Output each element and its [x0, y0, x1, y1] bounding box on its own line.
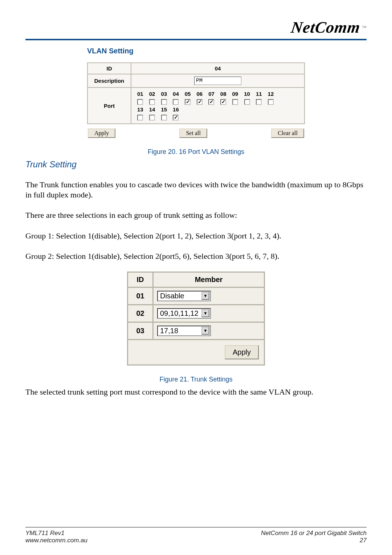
clear-all-button[interactable]: Clear all — [271, 128, 304, 138]
port-num: 01 — [134, 90, 146, 98]
port-checkbox-02[interactable] — [149, 99, 155, 105]
trunk-member-01-select[interactable]: Disable ▼ — [157, 291, 211, 301]
vlan-description-label: Description — [87, 74, 131, 87]
footer-right: NetComm 16 or 24 port Gigabit Switch 27 — [261, 530, 367, 544]
port-num: 04 — [170, 90, 182, 98]
footer-doc-rev: YML711 Rev1 — [25, 530, 87, 537]
port-num: 05 — [182, 90, 194, 98]
footer-left: YML711 Rev1 www.netcomm.com.au — [25, 530, 87, 544]
vlan-port-checks-top — [134, 98, 277, 106]
vlan-id-row: ID 04 — [87, 63, 305, 74]
port-checkbox-15[interactable] — [161, 115, 167, 121]
closing-paragraph: The selected trunk setting port must cor… — [25, 387, 367, 397]
port-checkbox-09[interactable] — [232, 99, 238, 105]
trunk-member-02-value: 09,10,11,12 — [160, 309, 200, 318]
vlan-setting-screenshot: VLAN Setting ID 04 Description Port 01 — [87, 47, 305, 138]
trunk-row-01: 01 Disable ▼ — [128, 287, 265, 305]
port-checkbox-08[interactable] — [220, 99, 226, 105]
header-logo-row: NetComm ™ — [25, 18, 367, 37]
port-num: 08 — [217, 90, 229, 98]
port-num: 02 — [146, 90, 158, 98]
trunk-member-03-cell: 17,18 ▼ — [153, 322, 265, 339]
port-checkbox-05[interactable] — [185, 99, 191, 105]
trunk-id-header: ID — [128, 272, 153, 287]
port-num: 03 — [158, 90, 170, 98]
trunk-id-03: 03 — [128, 322, 153, 339]
trunk-apply-row: Apply — [128, 339, 265, 365]
port-num: 11 — [253, 90, 265, 98]
trunk-header-row: ID Member — [128, 272, 265, 287]
port-checkbox-03[interactable] — [161, 99, 167, 105]
figure-20-caption: Figure 20. 16 Port VLAN Settings — [25, 148, 367, 156]
port-checkbox-04[interactable] — [173, 99, 179, 105]
footer-page-number: 27 — [261, 537, 367, 544]
trunk-table: ID Member 01 Disable ▼ 02 09,10,11,12 ▼ — [127, 272, 265, 366]
trunk-apply-button[interactable]: Apply — [225, 345, 259, 359]
chevron-down-icon: ▼ — [201, 327, 209, 335]
port-checkbox-12[interactable] — [268, 99, 274, 105]
port-checkbox-07[interactable] — [208, 99, 214, 105]
vlan-table: ID 04 Description Port 01 02 03 — [87, 62, 305, 124]
brand-logo-text: NetComm — [290, 19, 361, 36]
port-num: 06 — [193, 90, 205, 98]
trunk-member-01-cell: Disable ▼ — [153, 287, 265, 305]
set-all-button[interactable]: Set all — [179, 128, 207, 138]
vlan-port-label: Port — [87, 87, 131, 124]
trunk-member-03-value: 17,18 — [160, 327, 200, 335]
trunk-screenshot: ID Member 01 Disable ▼ 02 09,10,11,12 ▼ — [127, 272, 265, 366]
port-num: 12 — [265, 90, 277, 98]
trunk-member-02-cell: 09,10,11,12 ▼ — [153, 305, 265, 322]
footer-product: NetComm 16 or 24 port Gigabit Switch — [261, 530, 367, 537]
port-checkbox-14[interactable] — [149, 115, 155, 121]
port-num: 15 — [158, 106, 170, 113]
trunk-member-01-value: Disable — [160, 292, 200, 300]
vlan-id-label: ID — [87, 63, 131, 74]
port-checkbox-13[interactable] — [137, 115, 143, 121]
trunk-row-03: 03 17,18 ▼ — [128, 322, 265, 339]
trunk-row-02: 02 09,10,11,12 ▼ — [128, 305, 265, 322]
trunk-setting-heading: Trunk Setting — [25, 159, 367, 170]
chevron-down-icon: ▼ — [201, 292, 209, 300]
trunk-paragraph-4: Group 2: Selection 1(disable), Selection… — [25, 251, 367, 261]
port-checkbox-10[interactable] — [244, 99, 250, 105]
page-footer: YML711 Rev1 www.netcomm.com.au NetComm 1… — [25, 527, 367, 544]
port-num: 16 — [170, 106, 182, 113]
vlan-port-checks-bottom — [134, 113, 277, 121]
port-num: 13 — [134, 106, 146, 113]
chevron-down-icon: ▼ — [201, 309, 209, 317]
trunk-member-03-select[interactable]: 17,18 ▼ — [157, 326, 211, 336]
port-num: 09 — [229, 90, 241, 98]
header-divider — [25, 39, 367, 40]
trademark-icon: ™ — [362, 25, 367, 30]
port-checkbox-01[interactable] — [137, 99, 143, 105]
trunk-id-01: 01 — [128, 287, 153, 305]
vlan-port-row: Port 01 02 03 04 05 06 07 08 09 — [87, 87, 305, 124]
port-num: 14 — [146, 106, 158, 113]
port-checkbox-11[interactable] — [256, 99, 262, 105]
port-checkbox-06[interactable] — [197, 99, 203, 105]
vlan-description-input[interactable] — [194, 77, 241, 85]
vlan-description-row: Description — [87, 74, 305, 87]
vlan-port-grid-cell: 01 02 03 04 05 06 07 08 09 10 11 12 — [131, 87, 305, 124]
trunk-member-header: Member — [153, 272, 265, 287]
figure-21-caption: Figure 21. Trunk Settings — [25, 376, 367, 383]
vlan-port-grid: 01 02 03 04 05 06 07 08 09 10 11 12 — [134, 90, 277, 121]
port-checkbox-16[interactable] — [173, 115, 179, 121]
trunk-id-02: 02 — [128, 305, 153, 322]
trunk-paragraph-3: Group 1: Selection 1(disable), Selection… — [25, 231, 367, 241]
trunk-paragraph-2: There are three selections in each group… — [25, 210, 367, 220]
trunk-member-02-select[interactable]: 09,10,11,12 ▼ — [157, 308, 211, 319]
vlan-id-value: 04 — [131, 63, 305, 74]
footer-url: www.netcomm.com.au — [25, 537, 87, 544]
vlan-panel-title: VLAN Setting — [87, 47, 305, 55]
port-num: 10 — [241, 90, 253, 98]
trunk-paragraph-1: The Trunk function enables you to cascad… — [25, 180, 367, 200]
vlan-port-numbers-top: 01 02 03 04 05 06 07 08 09 10 11 12 — [134, 90, 277, 98]
apply-button[interactable]: Apply — [88, 128, 115, 138]
brand-logo: NetComm — [290, 18, 361, 37]
vlan-description-cell — [131, 74, 305, 87]
vlan-button-row: Apply Set all Clear all — [87, 128, 305, 138]
port-num: 07 — [205, 90, 217, 98]
vlan-port-numbers-bottom: 13 14 15 16 — [134, 106, 277, 113]
